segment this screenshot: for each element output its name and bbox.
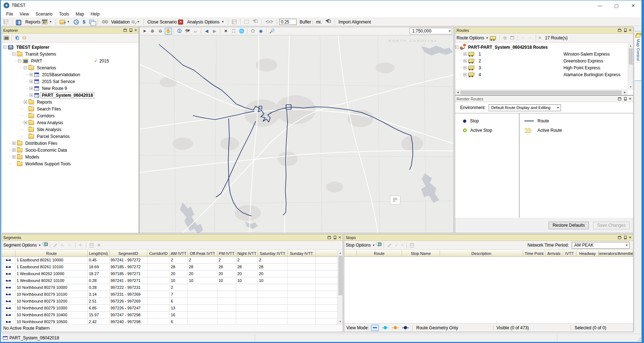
explorer-tree-item[interactable]: +Models (3, 153, 139, 160)
explorer-tree-item[interactable]: Site Analysis (3, 126, 139, 133)
buffer-distance-input[interactable] (279, 19, 297, 25)
segments-header-cell[interactable]: Saturday IVTT (258, 250, 288, 256)
route-options-button[interactable]: Route Options ▼ (457, 35, 489, 40)
explorer-tree-item[interactable]: Corridors (3, 112, 139, 119)
settings-button[interactable]: ⚙⚙ (100, 19, 108, 25)
fares-button[interactable]: $ (81, 19, 87, 25)
segments-row[interactable]: 10 Northbound 80279 102002.51997226 - 99… (2, 298, 337, 305)
restore-panel-icon[interactable] (618, 29, 621, 32)
segments-row[interactable]: 1 Westbound 80262 1000018.27997185 - 997… (2, 270, 337, 277)
map-canvas[interactable]: NORTH CAROLINA (139, 35, 454, 233)
select-arrow-icon[interactable]: ➤ (141, 28, 148, 35)
restore-panel-icon[interactable] (328, 236, 331, 239)
stops-header-cell[interactable] (344, 250, 357, 256)
delete-segment-icon[interactable]: ✕ (97, 243, 101, 248)
stops-header-cell[interactable]: Route (357, 250, 402, 256)
measure-icon[interactable]: ↔ (192, 28, 199, 35)
zoom-extent-icon[interactable]: ⛶ (230, 28, 237, 35)
view-mode-line-icon[interactable] (371, 325, 379, 331)
globe-zoom-icon[interactable]: ◉ (257, 28, 264, 35)
routes-tree-item[interactable]: +2Greensboro Express (455, 57, 628, 64)
segments-header-cell[interactable]: Night IVTT (236, 250, 258, 256)
segments-header-cell[interactable]: SegmentID (109, 250, 147, 256)
collapse-minus-icon[interactable]: − (18, 59, 21, 62)
explorer-tree-item[interactable]: Workflow Support Tools (3, 160, 139, 167)
segments-row[interactable]: 1 Eastbound 80261 1010018.69997185 - 997… (2, 264, 337, 270)
routes-root-item[interactable]: −PART-PART_System_06042018 Routes (455, 44, 628, 51)
back-icon[interactable]: ◀ (203, 28, 210, 35)
stop-options-button[interactable]: Stop Options ▼ (346, 243, 375, 248)
stops-header-cell[interactable]: IVTT (563, 250, 576, 256)
segments-row[interactable]: 1 Westbound 80262 101000.28997241 - 9972… (2, 277, 337, 284)
segment-select-icon[interactable] (42, 243, 48, 248)
segments-header-cell[interactable]: Off-Peak IVTT (188, 250, 217, 256)
delete-route-icon[interactable]: ✕ (538, 35, 542, 40)
menu-file[interactable]: File (3, 11, 16, 17)
close-panel-icon[interactable]: ✕ (629, 97, 632, 101)
view-mode-navy-stop-icon[interactable] (401, 325, 409, 331)
expand-plus-icon[interactable]: + (463, 52, 467, 56)
explorer-tree-item[interactable]: +2015BaseValidation (3, 71, 139, 78)
menu-map[interactable]: Map (73, 11, 87, 17)
expand-plus-icon[interactable]: + (463, 66, 467, 69)
restore-panel-icon[interactable] (618, 97, 621, 100)
explorer-tree-item[interactable]: −PART✓2015 (3, 57, 139, 64)
segments-header-cell[interactable]: Sunday IVTT (288, 250, 316, 256)
windows-button[interactable] (88, 19, 95, 24)
close-panel-icon[interactable]: ✕ (134, 29, 137, 32)
buffer-select-button[interactable] (324, 19, 332, 25)
explorer-tree-item[interactable]: +✓PART_System_06042018 (3, 92, 139, 99)
explorer-tree-item[interactable]: +Area Analysis (3, 119, 139, 126)
reports-button[interactable]: Reports ▼ (24, 19, 53, 25)
identify-stop-icon[interactable]: 🗺 (184, 28, 191, 35)
stops-header-cell[interactable]: Generators/Amenities (599, 250, 633, 256)
pin-icon[interactable] (624, 236, 626, 239)
stops-header-cell[interactable]: Arrivals (545, 250, 563, 256)
select-polygon-icon[interactable]: ⬠ (249, 28, 256, 35)
close-panel-icon[interactable]: ✕ (629, 29, 632, 32)
restore-defaults-button[interactable]: Restore Defaults (549, 222, 589, 229)
menu-tools[interactable]: Tools (56, 11, 73, 17)
new-file-icon[interactable]: ⎗ (14, 35, 20, 41)
pin-icon[interactable] (624, 97, 626, 101)
expand-plus-icon[interactable]: + (24, 100, 27, 104)
bus-edit-icon[interactable] (489, 36, 496, 40)
close-panel-icon[interactable]: ✕ (338, 236, 341, 239)
expand-plus-icon[interactable]: + (463, 73, 467, 76)
map-scale-combo[interactable]: 1:750,000 ▼ (410, 28, 452, 34)
expand-plus-icon[interactable]: + (30, 94, 33, 97)
expand-plus-icon[interactable]: + (30, 87, 33, 90)
pin-icon[interactable] (129, 29, 132, 32)
restore-panel-icon[interactable] (618, 236, 621, 239)
expand-plus-icon[interactable]: + (24, 121, 27, 124)
segments-header-cell[interactable]: Length(mi) (88, 250, 109, 256)
import-alignment-button[interactable]: Import Alignment (337, 19, 372, 25)
zoom-out-icon[interactable]: ⊖ (157, 28, 164, 35)
restore-panel-icon[interactable] (124, 29, 127, 32)
time-period-button[interactable] (72, 19, 80, 25)
pin-icon[interactable] (333, 236, 336, 239)
collapse-minus-icon[interactable]: − (12, 52, 16, 56)
segments-vscrollbar[interactable]: ▲▼ (337, 250, 343, 324)
routes-vscrollbar[interactable]: ▲▼ (628, 43, 633, 90)
search-button[interactable] (14, 19, 23, 24)
explorer-tree-item[interactable]: +Distribution Files (3, 140, 139, 147)
close-panel-icon[interactable]: ✕ (629, 236, 632, 239)
stops-header-cell[interactable]: Time Point (523, 250, 545, 256)
stop-select-icon[interactable] (376, 243, 381, 248)
view-mode-orange-stop-icon[interactable] (391, 325, 399, 331)
menu-view[interactable]: View (16, 11, 32, 17)
explorer-tree-item[interactable]: +Socio-Economic Data (3, 147, 139, 153)
explorer-tree-item[interactable]: −Transit Systems (3, 51, 139, 57)
environment-select[interactable]: Default Route Display and Editing ▼ (489, 104, 561, 111)
segments-row[interactable]: 10 Northbound 80279 1040015.97997247 - 9… (2, 312, 337, 318)
explorer-tree-item[interactable]: +2015 Sat Service (3, 78, 139, 85)
expand-plus-icon[interactable]: + (12, 155, 16, 159)
import-database-icon[interactable]: ⛁ (21, 35, 27, 41)
map-control-tab[interactable]: Map Control (635, 31, 642, 81)
expand-plus-icon[interactable]: + (12, 142, 16, 145)
stops-header-cell[interactable]: Description (440, 250, 523, 256)
expand-plus-icon[interactable]: + (30, 80, 33, 83)
expand-plus-icon[interactable]: + (30, 73, 33, 76)
pin-icon[interactable] (624, 29, 626, 32)
